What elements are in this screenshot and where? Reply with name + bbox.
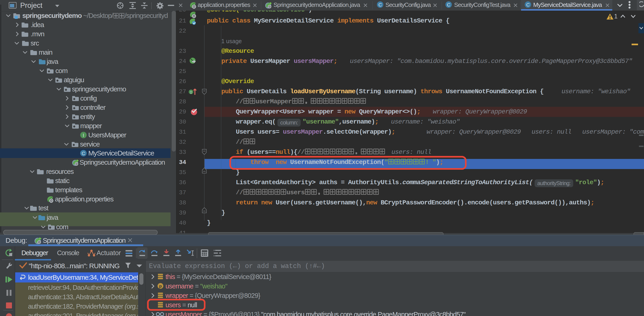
svg-text:p: p	[159, 284, 162, 289]
svg-text:C: C	[82, 151, 85, 156]
svg-text:I: I	[83, 132, 84, 138]
svg-text:C: C	[447, 2, 450, 7]
svg-text:C: C	[378, 2, 382, 7]
svg-text:I: I	[190, 91, 192, 95]
svg-text:C: C	[526, 2, 530, 7]
